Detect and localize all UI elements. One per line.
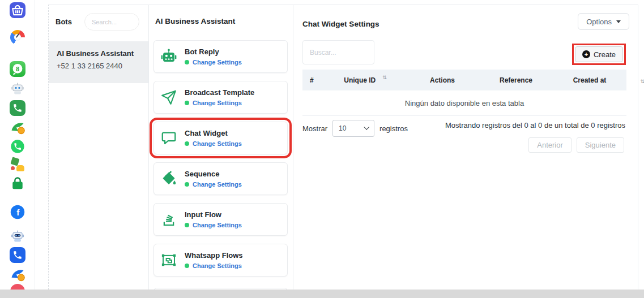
page-length-select[interactable]: 10 bbox=[332, 120, 374, 137]
next-button[interactable]: Siguiente bbox=[577, 137, 624, 153]
records-info-text: Mostrando registros del 0 al 0 de un tot… bbox=[445, 121, 625, 129]
gauge-icon[interactable] bbox=[10, 29, 25, 45]
paint-bucket-icon bbox=[160, 170, 178, 188]
bird-coin-blue-icon[interactable] bbox=[10, 266, 25, 282]
feature-card-title: Bot Reply bbox=[185, 47, 242, 56]
bot-name: AI Business Assistant bbox=[57, 49, 140, 58]
previous-button[interactable]: Anterior bbox=[528, 137, 572, 153]
change-settings-link[interactable]: Change Settings bbox=[185, 222, 242, 228]
sort-icon[interactable]: ⇅ bbox=[382, 75, 387, 80]
feature-card-list: Bot Reply Change Settings Broadcast Temp… bbox=[153, 40, 288, 284]
object-group-icon bbox=[160, 251, 178, 269]
pagination: Anterior Siguiente bbox=[528, 137, 624, 153]
feature-card-input-flow[interactable]: Input Flow Change Settings bbox=[153, 203, 288, 236]
app-icon-rail: 8 f bbox=[0, 0, 35, 290]
settings-panel: Chat Widget Settings Options + Create # … bbox=[293, 5, 639, 290]
status-dot-icon bbox=[185, 264, 189, 268]
status-dot-icon bbox=[185, 182, 189, 187]
bot-list-item[interactable]: AI Business Assistant +52 1 33 2165 2440 bbox=[49, 41, 148, 83]
table-empty-message: Ningún dato disponible en esta tabla bbox=[302, 90, 626, 116]
col-header-label: Created at bbox=[573, 76, 607, 84]
plus-circle-icon: + bbox=[582, 50, 590, 58]
hand-puzzle-icon[interactable] bbox=[10, 157, 25, 172]
change-settings-link[interactable]: Change Settings bbox=[185, 59, 242, 66]
workspace: Bots AI Business Assistant +52 1 33 2165… bbox=[48, 5, 638, 290]
change-settings-link[interactable]: Change Settings bbox=[185, 181, 242, 188]
feature-card-broadcast-template[interactable]: Broadcast Template Change Settings bbox=[153, 81, 288, 114]
status-dot-icon bbox=[185, 141, 189, 146]
table-search-input[interactable] bbox=[302, 40, 374, 64]
change-settings-link[interactable]: Change Settings bbox=[185, 140, 242, 147]
annotation-red-box: + Create bbox=[572, 44, 626, 65]
change-settings-link[interactable]: Change Settings bbox=[185, 262, 243, 269]
page-length-label-before: Mostrar bbox=[302, 124, 327, 133]
options-button[interactable]: Options bbox=[578, 13, 629, 30]
input-stack-icon bbox=[160, 210, 178, 228]
bird-coin-green-icon[interactable] bbox=[10, 119, 25, 135]
chevron-down-icon bbox=[616, 20, 621, 23]
bots-header: Bots bbox=[49, 13, 148, 31]
shopping-bag-icon[interactable] bbox=[10, 176, 25, 192]
feature-card-sequence[interactable]: Sequence Change Settings bbox=[153, 162, 288, 195]
feature-card-title: Input Flow bbox=[185, 210, 242, 219]
change-settings-label: Change Settings bbox=[193, 181, 242, 188]
robot-blue-icon[interactable] bbox=[10, 228, 25, 244]
chevron-down-icon bbox=[364, 124, 369, 130]
paper-plane-icon bbox=[160, 88, 178, 106]
blue-phone-icon[interactable] bbox=[10, 247, 25, 263]
sort-icon[interactable]: ⇅ bbox=[640, 79, 644, 84]
bot-phone-number: +52 1 33 2165 2440 bbox=[57, 62, 140, 70]
col-header-num[interactable]: # bbox=[302, 76, 325, 84]
feature-card-title: Chat Widget bbox=[185, 129, 242, 137]
table-header-row: # Unique ID ⇅ Actions Reference Created … bbox=[302, 70, 626, 90]
features-panel: AI Business Assistant Bot Reply bbox=[149, 5, 293, 290]
status-dot-icon bbox=[185, 60, 189, 64]
bots-search-input[interactable] bbox=[84, 13, 139, 31]
col-header-unique-id[interactable]: Unique ID ⇅ bbox=[325, 76, 406, 84]
status-dot-icon bbox=[185, 101, 189, 105]
col-header-reference[interactable]: Reference bbox=[479, 76, 553, 84]
feature-card-bot-reply[interactable]: Bot Reply Change Settings bbox=[153, 40, 288, 73]
page-length-value: 10 bbox=[339, 124, 346, 132]
change-settings-label: Change Settings bbox=[193, 222, 242, 228]
bottom-bar bbox=[0, 290, 644, 298]
whatsapp-business-icon[interactable]: 8 bbox=[10, 61, 25, 77]
bots-panel: Bots AI Business Assistant +52 1 33 2165… bbox=[49, 5, 149, 290]
green-phone-icon[interactable] bbox=[10, 100, 25, 116]
feature-card-whatsapp-flows[interactable]: Whatsapp Flows Change Settings bbox=[153, 244, 288, 277]
features-panel-title: AI Business Assistant bbox=[155, 17, 235, 25]
change-settings-label: Change Settings bbox=[193, 262, 242, 269]
col-header-label: Unique ID bbox=[344, 76, 376, 84]
change-settings-label: Change Settings bbox=[193, 100, 242, 106]
change-settings-link[interactable]: Change Settings bbox=[185, 100, 254, 106]
basket-app-icon[interactable] bbox=[10, 2, 25, 18]
settings-panel-title: Chat Widget Settings bbox=[302, 20, 379, 28]
create-label: Create bbox=[594, 50, 616, 59]
create-button[interactable]: + Create bbox=[575, 46, 623, 62]
whatsapp-icon[interactable] bbox=[10, 139, 25, 154]
facebook-icon[interactable]: f bbox=[10, 204, 25, 220]
feature-card-title: Sequence bbox=[185, 170, 242, 178]
feature-card-chat-widget[interactable]: Chat Widget Change Settings bbox=[153, 122, 288, 154]
options-label: Options bbox=[586, 18, 612, 26]
feature-card-title: Broadcast Template bbox=[185, 88, 254, 97]
robot-icon bbox=[160, 47, 178, 66]
chat-bubble-icon bbox=[160, 129, 178, 147]
col-header-created-at[interactable]: Created at ⇅ bbox=[553, 76, 626, 84]
page-length-control: Mostrar 10 registros bbox=[302, 120, 408, 137]
col-header-actions[interactable]: Actions bbox=[406, 76, 479, 84]
chat-widget-table: # Unique ID ⇅ Actions Reference Created … bbox=[302, 70, 626, 116]
bots-panel-title: Bots bbox=[56, 18, 72, 26]
status-dot-icon bbox=[185, 223, 189, 227]
robot-gray-icon[interactable] bbox=[10, 80, 25, 96]
change-settings-label: Change Settings bbox=[193, 59, 242, 66]
feature-card-title: Whatsapp Flows bbox=[185, 251, 243, 260]
svg-text:8: 8 bbox=[16, 66, 19, 72]
page-length-label-after: registros bbox=[379, 124, 408, 133]
change-settings-label: Change Settings bbox=[193, 140, 242, 147]
